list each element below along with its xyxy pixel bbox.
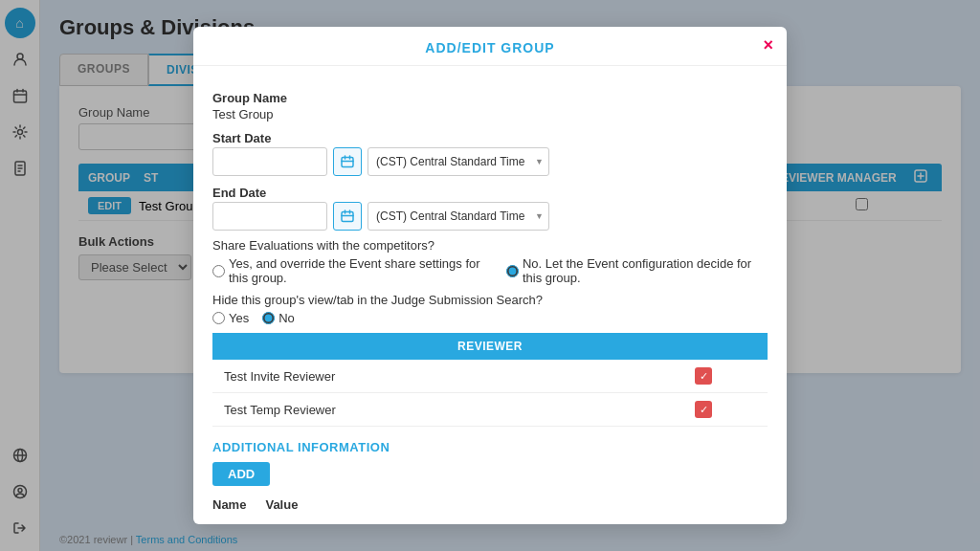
share-no-label: No. Let the Event configuration decide f…: [523, 256, 768, 285]
share-yes-radio[interactable]: [212, 265, 225, 277]
reviewer-name-2: Test Temp Reviewer: [212, 393, 640, 427]
reviewer-checkbox-1[interactable]: ✓: [695, 367, 712, 385]
hide-yes-radio[interactable]: [212, 312, 225, 324]
reviewer-checkbox-2[interactable]: ✓: [695, 401, 712, 418]
end-tz-select[interactable]: (CST) Central Standard Time: [368, 202, 549, 231]
share-yes-option[interactable]: Yes, and override the Event share settin…: [212, 256, 493, 285]
hide-group-radios: Yes No: [212, 311, 768, 325]
additional-info-columns: Name Value: [212, 497, 768, 512]
modal-body: Group Name Test Group Start Date (CST) C…: [193, 66, 787, 524]
reviewer-checkbox-cell-1: ✓: [640, 360, 768, 393]
end-date-row: (CST) Central Standard Time: [212, 202, 768, 231]
start-date-input[interactable]: [212, 147, 327, 176]
col-value-header: Value: [265, 497, 298, 512]
start-tz-select[interactable]: (CST) Central Standard Time: [368, 147, 549, 176]
modal-start-date-label: Start Date: [212, 131, 768, 145]
share-evaluations-radios: Yes, and override the Event share settin…: [212, 256, 768, 285]
modal-group-name-label: Group Name: [212, 91, 768, 105]
hide-no-label: No: [278, 311, 295, 325]
col-name-header: Name: [212, 497, 246, 512]
share-no-option[interactable]: No. Let the Event configuration decide f…: [506, 256, 768, 285]
reviewer-name-1: Test Invite Reviewer: [212, 360, 640, 393]
modal-header: ADD/EDIT GROUP ×: [193, 27, 787, 66]
end-date-input[interactable]: [212, 202, 327, 231]
share-no-radio[interactable]: [506, 265, 519, 277]
end-date-calendar-icon[interactable]: [333, 202, 362, 231]
additional-info-section: ADDITIONAL INFORMATION ADD Name Value: [212, 440, 768, 512]
hide-yes-option[interactable]: Yes: [212, 311, 249, 325]
modal-group-name-value: Test Group: [212, 107, 768, 121]
share-evaluations-question: Share Evaluations with the competitors?: [212, 238, 768, 253]
reviewer-row-2: Test Temp Reviewer ✓: [212, 393, 768, 427]
svg-rect-9: [342, 158, 353, 167]
reviewer-row-1: Test Invite Reviewer ✓: [212, 360, 768, 393]
end-tz-wrapper: (CST) Central Standard Time: [368, 202, 549, 231]
hide-yes-label: Yes: [229, 311, 249, 325]
add-edit-group-modal: ADD/EDIT GROUP × Group Name Test Group S…: [193, 27, 787, 524]
svg-rect-10: [342, 212, 353, 222]
hide-no-radio[interactable]: [262, 312, 275, 324]
additional-info-add-button[interactable]: ADD: [212, 462, 270, 486]
reviewer-checkbox-cell-2: ✓: [640, 393, 768, 427]
reviewer-table-header: REVIEWER: [212, 333, 768, 360]
modal-end-date-label: End Date: [212, 186, 768, 200]
hide-no-option[interactable]: No: [262, 311, 295, 325]
reviewer-table: REVIEWER Test Invite Reviewer ✓ Test Tem…: [212, 333, 768, 427]
modal-overlay: ADD/EDIT GROUP × Group Name Test Group S…: [0, 0, 980, 551]
start-date-calendar-icon[interactable]: [333, 147, 362, 176]
start-date-row: (CST) Central Standard Time: [212, 147, 768, 176]
start-tz-wrapper: (CST) Central Standard Time: [368, 147, 549, 176]
hide-group-question: Hide this group's view/tab in the Judge …: [212, 293, 768, 307]
modal-title: ADD/EDIT GROUP: [425, 40, 554, 55]
additional-info-title: ADDITIONAL INFORMATION: [212, 440, 768, 454]
modal-close-button[interactable]: ×: [763, 36, 773, 54]
share-yes-label: Yes, and override the Event share settin…: [229, 256, 493, 285]
